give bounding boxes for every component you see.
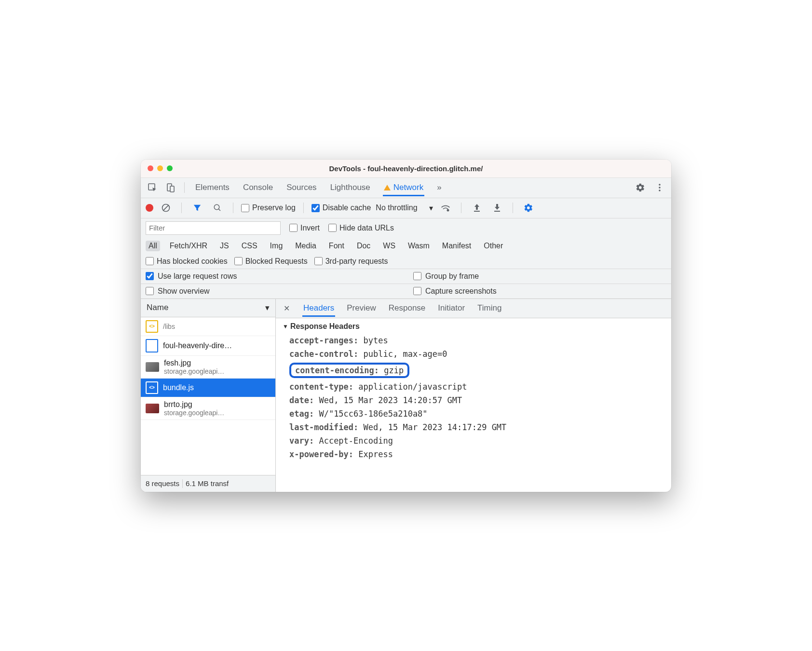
separator [184,182,185,193]
header-line: content-type: application/javascript [283,380,664,393]
filter-input[interactable] [146,221,281,235]
filter-manifest[interactable]: Manifest [439,241,474,251]
preserve-log-checkbox[interactable]: Preserve log [241,203,296,212]
filter-other[interactable]: Other [481,241,506,251]
window-title: DevTools - foul-heavenly-direction.glitc… [141,164,671,173]
tab-initiator[interactable]: Initiator [437,299,466,317]
chevron-down-icon: ▾ [429,203,433,213]
filter-wasm[interactable]: Wasm [405,241,433,251]
group-by-frame-label: Group by frame [425,272,479,281]
minimize-window-button[interactable] [157,165,163,171]
blocked-requests-label: Blocked Requests [245,257,308,266]
zoom-window-button[interactable] [167,165,173,171]
separator [182,479,183,488]
filter-css[interactable]: CSS [239,241,260,251]
group-by-frame-checkbox[interactable]: Group by frame [413,272,666,281]
svg-point-8 [214,204,219,210]
svg-rect-11 [474,211,480,212]
filter-img[interactable]: Img [267,241,286,251]
tab-network[interactable]: Network [383,179,424,196]
filter-fetch-xhr[interactable]: Fetch/XHR [167,241,210,251]
request-row[interactable]: <> bundle.js [141,379,275,397]
throttling-select[interactable]: No throttling ▾ [376,203,433,213]
request-name: foul-heavenly-dire… [163,341,232,350]
tab-lighthouse[interactable]: Lighthouse [329,179,371,196]
warning-icon [384,185,391,190]
large-rows-checkbox[interactable]: Use large request rows [146,272,399,281]
image-file-icon [146,404,159,413]
options-row-2: Show overview Capture screenshots [141,284,671,299]
tab-preview[interactable]: Preview [346,299,377,317]
panel-tabs: Elements Console Sources Lighthouse Netw… [194,179,443,196]
request-count: 8 requests [146,479,179,488]
inspect-icon[interactable] [145,180,160,195]
network-settings-icon[interactable] [521,200,536,216]
network-conditions-icon[interactable] [438,200,453,216]
tab-console[interactable]: Console [242,179,274,196]
tab-more[interactable]: » [436,179,442,196]
capture-screenshots-label: Capture screenshots [425,287,497,296]
blocked-cookies-checkbox[interactable]: Has blocked cookies [146,257,228,266]
filter-media[interactable]: Media [292,241,319,251]
header-line: last-modified: Wed, 15 Mar 2023 14:17:29… [283,420,664,434]
preserve-log-label: Preserve log [252,203,296,212]
invert-label: Invert [300,224,320,232]
filter-ws[interactable]: WS [380,241,398,251]
third-party-checkbox[interactable]: 3rd-party requests [314,257,388,266]
record-button[interactable] [146,204,153,212]
filter-doc[interactable]: Doc [354,241,373,251]
filter-all[interactable]: All [146,241,160,251]
request-row[interactable]: fesh.jpgstorage.googleapi… [141,356,275,379]
settings-icon[interactable] [633,180,648,195]
name-column-header[interactable]: Name ▾ [141,299,275,317]
titlebar: DevTools - foul-heavenly-direction.glitc… [141,160,671,178]
capture-screenshots-checkbox[interactable]: Capture screenshots [413,287,666,296]
close-window-button[interactable] [148,165,153,171]
detail-panel: ✕ Headers Preview Response Initiator Tim… [276,299,671,492]
tab-timing[interactable]: Timing [476,299,502,317]
js-file-icon: <> [146,320,158,333]
extra-filter-row: Has blocked cookies Blocked Requests 3rd… [141,254,671,269]
upload-icon[interactable] [469,200,485,216]
header-line: etag: W/"15cc63-186e5a210a8" [283,407,664,420]
section-title: Response Headers [290,322,360,331]
request-name: bundle.js [163,383,194,392]
tab-response[interactable]: Response [388,299,427,317]
invert-checkbox[interactable]: Invert [289,224,320,232]
separator [461,203,461,213]
close-detail-button[interactable]: ✕ [282,303,292,314]
device-toggle-icon[interactable] [163,180,178,195]
detail-tabs: ✕ Headers Preview Response Initiator Tim… [276,299,671,318]
svg-rect-2 [170,186,174,192]
disclosure-triangle-icon: ▼ [283,323,288,330]
tab-elements[interactable]: Elements [194,179,230,196]
hide-data-urls-checkbox[interactable]: Hide data URLs [328,224,394,232]
clear-icon[interactable] [158,200,174,216]
network-toolbar: Preserve log Disable cache No throttling… [141,198,671,218]
filter-js[interactable]: JS [217,241,232,251]
response-headers-section[interactable]: ▼ Response Headers [283,322,664,331]
filter-font[interactable]: Font [326,241,347,251]
request-row[interactable]: brrto.jpgstorage.googleapi… [141,397,275,420]
header-line: date: Wed, 15 Mar 2023 14:20:57 GMT [283,393,664,407]
tab-sources[interactable]: Sources [285,179,317,196]
svg-point-5 [659,190,661,191]
show-overview-checkbox[interactable]: Show overview [146,287,399,296]
request-row[interactable]: foul-heavenly-dire… [141,336,275,356]
download-icon[interactable] [489,200,505,216]
svg-rect-12 [494,211,500,212]
show-overview-label: Show overview [158,287,210,296]
header-line: content-encoding: gzip [283,361,664,380]
disable-cache-checkbox[interactable]: Disable cache [311,203,371,212]
transfer-size: 6.1 MB transf [186,479,229,488]
large-rows-label: Use large request rows [158,272,237,281]
js-file-icon: <> [146,381,158,394]
name-header-label: Name [147,303,168,312]
tab-headers[interactable]: Headers [302,299,335,317]
search-icon[interactable] [210,200,225,216]
filter-row: Invert Hide data URLs [141,218,671,238]
filter-icon[interactable] [189,200,205,216]
blocked-requests-checkbox[interactable]: Blocked Requests [234,257,308,266]
kebab-menu-icon[interactable] [652,180,667,195]
request-row[interactable]: <> /libs [141,317,275,336]
